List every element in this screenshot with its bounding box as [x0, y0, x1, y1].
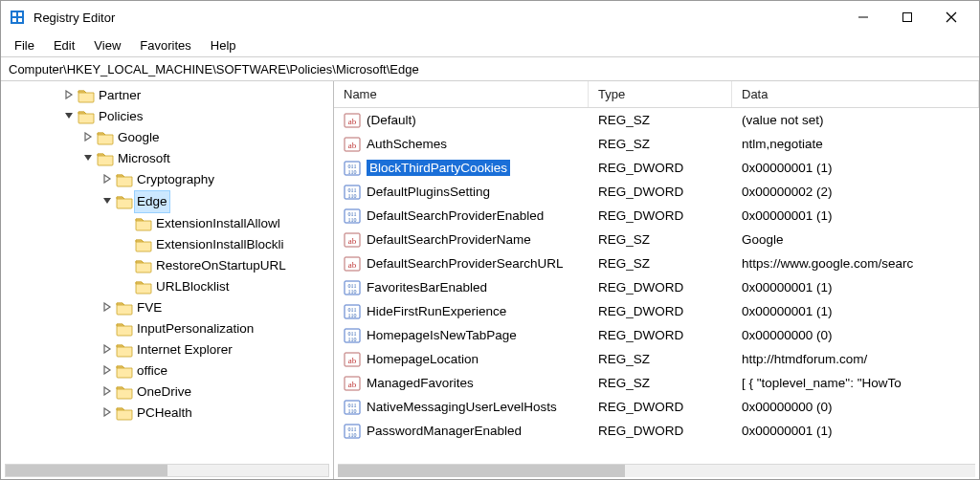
cell-data: [ { "toplevel_name": "HowTo: [732, 376, 979, 390]
tree-item[interactable]: Google: [1, 127, 333, 148]
expand-icon[interactable]: [100, 169, 114, 190]
tree-item[interactable]: Policies: [1, 106, 333, 127]
list-body[interactable]: ab (Default)REG_SZ(value not set) ab Aut…: [334, 108, 979, 464]
svg-text:ab: ab: [348, 356, 357, 365]
close-button[interactable]: [929, 3, 973, 32]
value-name: PasswordManagerEnabled: [367, 424, 522, 438]
svg-text:ab: ab: [348, 141, 357, 150]
value-name: (Default): [367, 113, 416, 127]
list-row[interactable]: 011 110 HomepageIsNewTabPageREG_DWORD0x0…: [334, 323, 979, 347]
tree-item[interactable]: Cryptography: [1, 169, 333, 190]
cell-name: ab AuthSchemes: [334, 136, 589, 153]
list-row[interactable]: 011 110 DefaultSearchProviderEnabledREG_…: [334, 204, 979, 228]
tree-item[interactable]: RestoreOnStartupURL: [1, 255, 333, 276]
list-header: Name Type Data: [334, 81, 979, 108]
svg-text:110: 110: [348, 169, 357, 175]
tree-item[interactable]: Internet Explorer: [1, 339, 333, 360]
cell-name: 011 110 FavoritesBarEnabled: [334, 279, 589, 296]
tree-item[interactable]: ExtensionInstallAllowl: [1, 213, 333, 234]
expand-icon[interactable]: [100, 339, 114, 360]
list-row[interactable]: ab DefaultSearchProviderNameREG_SZGoogle: [334, 228, 979, 251]
tree-item[interactable]: FVE: [1, 297, 333, 318]
value-name: DefaultSearchProviderName: [367, 232, 531, 247]
title-bar: Registry Editor: [1, 1, 979, 33]
tree-item-label: RestoreOnStartupURL: [156, 255, 286, 276]
tree-item[interactable]: PCHealth: [1, 403, 333, 424]
tree-item[interactable]: URLBlocklist: [1, 276, 333, 297]
binary-value-icon: 011 110: [344, 184, 361, 201]
cell-name: ab DefaultSearchProviderName: [334, 231, 589, 249]
tree-horizontal-scrollbar[interactable]: [5, 464, 329, 477]
svg-text:ab: ab: [348, 117, 357, 126]
cell-type: REG_DWORD: [589, 161, 732, 175]
cell-data: 0x00000001 (1): [732, 304, 979, 318]
value-name: HideFirstRunExperience: [367, 304, 506, 318]
menu-edit[interactable]: Edit: [44, 36, 84, 55]
binary-value-icon: 011 110: [344, 160, 361, 177]
folder-icon: [78, 109, 95, 124]
collapse-icon[interactable]: [62, 106, 76, 127]
list-row[interactable]: 011 110 HideFirstRunExperienceREG_DWORD0…: [334, 299, 979, 323]
tree-item-label: office: [137, 360, 167, 382]
list-horizontal-scrollbar[interactable]: [338, 464, 975, 477]
tree[interactable]: Partner Policies Google Microsoft Crypto…: [1, 85, 333, 424]
list-row[interactable]: 011 110 PasswordManagerEnabledREG_DWORD0…: [334, 419, 979, 443]
column-header-data[interactable]: Data: [732, 81, 979, 107]
tree-item[interactable]: Partner: [1, 85, 333, 106]
expand-icon[interactable]: [62, 85, 76, 106]
tree-item[interactable]: OneDrive: [1, 382, 333, 403]
tree-item[interactable]: InputPersonalization: [1, 318, 333, 339]
list-row[interactable]: 011 110 NativeMessagingUserLevelHostsREG…: [334, 395, 979, 419]
tree-item-label: Cryptography: [137, 169, 214, 190]
collapse-icon[interactable]: [81, 148, 95, 169]
cell-type: REG_DWORD: [589, 328, 732, 342]
column-header-name[interactable]: Name: [334, 81, 589, 107]
expand-icon[interactable]: [81, 127, 95, 148]
list-row[interactable]: ab DefaultSearchProviderSearchURLREG_SZh…: [334, 251, 979, 275]
svg-rect-1: [12, 12, 16, 16]
list-row[interactable]: 011 110 BlockThirdPartyCookiesREG_DWORD0…: [334, 156, 979, 180]
expand-icon[interactable]: [100, 403, 114, 424]
value-name: HomepageIsNewTabPage: [367, 328, 517, 342]
main-area: Partner Policies Google Microsoft Crypto…: [1, 81, 979, 479]
value-name: DefaultSearchProviderEnabled: [367, 208, 544, 223]
expand-icon[interactable]: [100, 382, 114, 403]
svg-text:110: 110: [348, 432, 357, 438]
list-row[interactable]: ab (Default)REG_SZ(value not set): [334, 108, 979, 132]
binary-value-icon: 011 110: [344, 207, 361, 225]
cell-data: 0x00000002 (2): [732, 185, 979, 199]
cell-data: 0x00000000 (0): [732, 400, 979, 414]
tree-item-label: PCHealth: [137, 403, 192, 424]
tree-item-label: ExtensionInstallBlockli: [156, 234, 284, 255]
folder-icon: [116, 172, 133, 187]
menu-file[interactable]: File: [5, 36, 44, 55]
tree-item[interactable]: office: [1, 360, 333, 382]
menu-view[interactable]: View: [84, 36, 130, 55]
tree-item[interactable]: Edge: [1, 190, 333, 213]
collapse-icon[interactable]: [100, 191, 114, 212]
minimize-button[interactable]: [841, 3, 885, 32]
list-row[interactable]: 011 110 FavoritesBarEnabledREG_DWORD0x00…: [334, 275, 979, 299]
cell-name: 011 110 DefaultPluginsSetting: [334, 184, 589, 201]
cell-name: 011 110 DefaultSearchProviderEnabled: [334, 207, 589, 225]
folder-icon: [116, 384, 133, 400]
maximize-button[interactable]: [885, 3, 929, 32]
folder-icon: [97, 130, 114, 145]
column-header-type[interactable]: Type: [589, 81, 732, 107]
list-row[interactable]: ab AuthSchemesREG_SZntlm,negotiate: [334, 132, 979, 156]
expand-icon[interactable]: [100, 360, 114, 382]
string-value-icon: ab: [344, 351, 361, 368]
cell-type: REG_DWORD: [589, 400, 732, 414]
tree-item[interactable]: Microsoft: [1, 148, 333, 169]
address-bar[interactable]: Computer\HKEY_LOCAL_MACHINE\SOFTWARE\Pol…: [1, 56, 979, 81]
tree-item[interactable]: ExtensionInstallBlockli: [1, 234, 333, 255]
list-row[interactable]: ab ManagedFavoritesREG_SZ[ { "toplevel_n…: [334, 371, 979, 395]
folder-icon: [135, 237, 152, 252]
expand-icon[interactable]: [100, 297, 114, 318]
list-row[interactable]: ab HomepageLocationREG_SZhttp://htmdforu…: [334, 347, 979, 371]
list-row[interactable]: 011 110 DefaultPluginsSettingREG_DWORD0x…: [334, 180, 979, 204]
cell-data: 0x00000001 (1): [732, 208, 979, 223]
folder-icon: [116, 363, 133, 379]
menu-favorites[interactable]: Favorites: [130, 36, 200, 55]
menu-help[interactable]: Help: [201, 36, 246, 55]
